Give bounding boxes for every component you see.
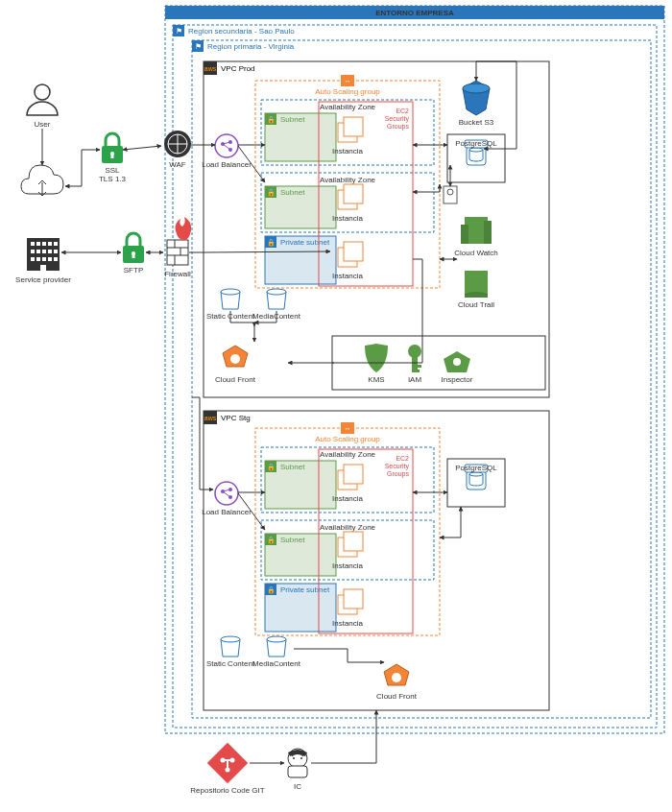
svg-text:↔: ↔: [345, 425, 351, 432]
vpc-stg-label: VPC Stg: [221, 414, 251, 422]
svg-text:Repositorio Code GIT: Repositorio Code GIT: [190, 786, 264, 795]
svg-text:MediaContent: MediaContent: [252, 659, 301, 668]
svg-text:⚑: ⚑: [195, 42, 202, 51]
svg-rect-144: [111, 154, 114, 158]
svg-point-32: [215, 134, 238, 157]
svg-text:Private subnet: Private subnet: [280, 238, 330, 247]
svg-text:Auto Scaling group: Auto Scaling group: [315, 435, 380, 443]
svg-text:Subnet: Subnet: [280, 188, 305, 197]
svg-rect-169: [288, 766, 307, 777]
svg-text:Static Content: Static Content: [206, 659, 255, 668]
lock-icon: SFTP: [123, 233, 144, 275]
svg-text:↔: ↔: [345, 78, 351, 84]
cloud-icon: [21, 165, 63, 196]
svg-text:⚑: ⚑: [176, 27, 182, 36]
svg-rect-134: [54, 250, 58, 253]
svg-text:EC2: EC2: [396, 455, 409, 462]
svg-text:Cloud Front: Cloud Front: [215, 375, 256, 384]
svg-rect-125: [31, 242, 35, 246]
svg-rect-137: [42, 257, 46, 261]
svg-rect-65: [412, 370, 420, 372]
svg-point-43: [230, 354, 240, 364]
svg-rect-98: [344, 532, 363, 551]
svg-text:🔒: 🔒: [267, 115, 276, 124]
svg-text:🔒: 🔒: [267, 536, 276, 544]
lock-icon: SSLTLS 1.3: [99, 133, 127, 183]
svg-text:PostgreSQL: PostgreSQL: [455, 139, 497, 148]
svg-text:aws: aws: [204, 65, 217, 72]
svg-point-39: [221, 289, 240, 295]
svg-text:WAF: WAF: [169, 160, 186, 169]
svg-text:IC: IC: [294, 782, 301, 791]
svg-point-114: [392, 673, 401, 682]
svg-rect-154: [167, 240, 188, 265]
svg-text:Firewall: Firewall: [164, 270, 191, 278]
svg-rect-136: [36, 257, 40, 261]
svg-rect-101: [344, 589, 363, 609]
svg-text:Instancia: Instancia: [332, 214, 364, 223]
svg-rect-30: [344, 242, 363, 261]
svg-rect-140: [40, 265, 46, 271]
svg-point-110: [221, 636, 240, 642]
vpc-prod-label: VPC Prod: [221, 64, 255, 73]
svg-point-45: [463, 84, 490, 93]
svg-text:Security: Security: [385, 115, 410, 123]
svg-rect-138: [48, 257, 52, 261]
svg-text:User: User: [35, 120, 51, 129]
jenkins-icon: IC: [288, 749, 307, 791]
svg-point-171: [300, 757, 302, 759]
svg-rect-128: [48, 242, 52, 246]
asg-prod-label: Auto Scaling group: [315, 87, 380, 96]
svg-point-170: [293, 757, 295, 759]
svg-rect-127: [42, 242, 46, 246]
svg-text:SSL: SSL: [105, 166, 120, 175]
svg-rect-64: [412, 365, 421, 368]
svg-text:Cloud Trail: Cloud Trail: [458, 300, 494, 309]
svg-rect-24: [344, 117, 363, 136]
svg-rect-149: [132, 253, 135, 258]
svg-rect-131: [36, 250, 40, 253]
svg-text:KMS: KMS: [368, 375, 384, 384]
svg-text:Instancia: Instancia: [332, 561, 364, 570]
svg-text:🔒: 🔒: [267, 238, 276, 247]
svg-text:Private subnet: Private subnet: [280, 585, 330, 594]
region-secondary-label: Region secundaria - Sao Paulo: [188, 27, 295, 36]
svg-point-41: [267, 289, 286, 295]
svg-text:Subnet: Subnet: [280, 536, 305, 544]
svg-text:PostgreSQL: PostgreSQL: [455, 464, 497, 472]
svg-text:Subnet: Subnet: [280, 463, 305, 471]
svg-text:Groups: Groups: [387, 123, 409, 131]
svg-point-62: [408, 345, 421, 358]
svg-rect-58: [465, 271, 488, 294]
svg-rect-27: [344, 184, 363, 203]
svg-rect-132: [42, 250, 46, 253]
svg-text:Load Balancer: Load Balancer: [202, 508, 252, 516]
svg-text:Service provider: Service provider: [15, 275, 71, 284]
svg-text:Availability Zone: Availability Zone: [320, 103, 376, 111]
user-icon: User: [27, 84, 58, 129]
svg-point-67: [453, 358, 461, 366]
svg-text:Security: Security: [385, 463, 410, 470]
svg-text:Cloud Front: Cloud Front: [376, 692, 418, 701]
building-icon: Service provider: [15, 238, 71, 284]
svg-text:Inspector: Inspector: [442, 375, 473, 384]
svg-rect-55: [461, 225, 468, 244]
svg-rect-139: [54, 257, 58, 261]
svg-text:Availability Zone: Availability Zone: [320, 176, 376, 184]
svg-text:🔒: 🔒: [267, 188, 276, 197]
svg-text:🔒: 🔒: [267, 585, 276, 594]
svg-rect-130: [31, 250, 35, 253]
git-icon: Repositorio Code GIT: [190, 743, 264, 795]
title: ENTORNO EMPRESA: [375, 9, 454, 17]
architecture-diagram: ENTORNO EMPRESA ⚑ Region secundaria - Sa…: [0, 0, 672, 812]
svg-text:Bucket S3: Bucket S3: [459, 118, 494, 127]
svg-text:Instancia: Instancia: [332, 619, 364, 628]
svg-text:SFTP: SFTP: [124, 266, 143, 275]
svg-rect-135: [31, 257, 35, 261]
svg-text:Instancia: Instancia: [332, 147, 364, 155]
svg-point-121: [35, 84, 50, 100]
svg-text:TLS 1.3: TLS 1.3: [99, 175, 127, 183]
svg-text:Availability Zone: Availability Zone: [320, 523, 376, 532]
svg-text:aws: aws: [204, 415, 217, 421]
svg-text:Cloud Watch: Cloud Watch: [454, 249, 498, 257]
